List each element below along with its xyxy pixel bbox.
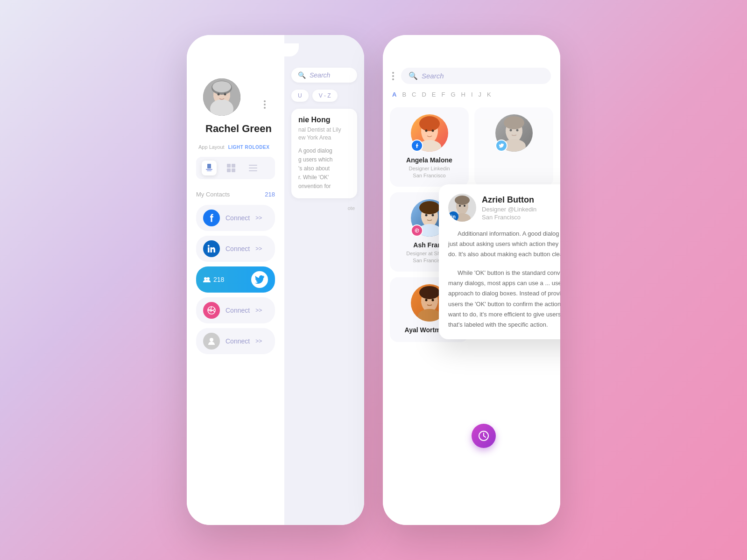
svg-point-30 (504, 116, 524, 129)
search-icon-2: 🔍 (409, 71, 418, 80)
svg-rect-12 (232, 164, 235, 168)
dot-1 (264, 100, 266, 102)
alpha-D[interactable]: D (422, 91, 426, 98)
svg-point-47 (418, 309, 441, 322)
svg-rect-15 (249, 165, 257, 166)
dots-menu-2[interactable] (392, 72, 394, 80)
svg-point-37 (425, 214, 427, 216)
angela-name: Angela Malone (406, 156, 452, 164)
clock-icon (478, 430, 489, 441)
phone2-header: 🔍 Search (383, 63, 560, 86)
svg-point-6 (218, 93, 220, 96)
facebook-connect-label: Connect (226, 214, 250, 222)
svg-point-4 (212, 81, 231, 92)
svg-point-28 (431, 130, 434, 132)
popup-contact-name: Azriel Button (482, 195, 536, 205)
user-name: Rachel Green (205, 123, 272, 135)
svg-point-19 (208, 245, 210, 247)
rolodex-icon (204, 163, 214, 173)
twitter-follower-count: 218 (213, 276, 224, 283)
tab-VZ[interactable]: V - Z (312, 90, 338, 102)
svg-point-21 (207, 277, 210, 280)
toggle-list[interactable] (246, 161, 261, 175)
svg-rect-18 (208, 247, 210, 252)
generic-social-icon (203, 333, 220, 350)
popup-contact-subtitle2: San Francisco (482, 214, 536, 221)
toggle-rolodex[interactable] (202, 161, 217, 175)
app-layout-row: App Layout LIGHT ROLODEX (198, 144, 269, 150)
my-contacts-label: My Contacts (196, 191, 230, 198)
alpha-J[interactable]: J (479, 91, 482, 98)
popup-avatar: in (448, 194, 476, 222)
svg-rect-14 (232, 168, 235, 172)
app-layout-label: App Layout (198, 144, 225, 150)
search-icon-1: 🔍 (298, 71, 306, 79)
alpha-K[interactable]: K (487, 91, 491, 98)
alpha-H[interactable]: H (461, 91, 465, 98)
grid-icon (226, 163, 236, 173)
dribbble-connect-arrows: >> (255, 307, 262, 314)
angela-social-badge (411, 140, 423, 152)
alpha-B[interactable]: B (402, 91, 406, 98)
svg-rect-11 (227, 164, 231, 168)
light-rolodex-badge: LIGHT ROLODEX (228, 145, 270, 150)
svg-point-20 (204, 277, 207, 280)
tab-U[interactable]: U (291, 90, 309, 102)
dribbble-icon (203, 302, 220, 319)
alpha-G[interactable]: G (451, 91, 455, 98)
svg-point-46 (419, 286, 440, 299)
right-contact-card[interactable]: nie Hong nal Dentist at Lilyew York Area… (291, 109, 357, 198)
alphabet-nav: A B C D E F G H I J K (383, 86, 560, 103)
alpha-I[interactable]: I (471, 91, 473, 98)
phone1-search-bar[interactable]: 🔍 Search (291, 68, 357, 83)
dot2-2 (392, 75, 394, 77)
clock-fab[interactable] (472, 424, 496, 448)
svg-point-38 (431, 214, 434, 216)
avatar (203, 78, 240, 116)
azriel-social-badge (495, 140, 507, 152)
phone1-left-panel: Rachel Green App Layout LIGHT ROLODEX (187, 35, 284, 525)
contact-card-azriel-preview[interactable] (474, 107, 553, 187)
right-contact-note: A good dialogg users which's also aboutr… (298, 147, 350, 191)
view-toggles (196, 157, 275, 179)
alpha-C[interactable]: C (412, 91, 416, 98)
right-note-label: ote (291, 203, 357, 213)
dot2-3 (392, 78, 394, 80)
popup-contact-info: Azriel Button Designer @Linkedin San Fra… (482, 195, 536, 221)
alpha-E[interactable]: E (432, 91, 436, 98)
phone-1: Rachel Green App Layout LIGHT ROLODEX (187, 35, 364, 525)
dot-2 (264, 104, 266, 105)
phone2-search-bar[interactable]: 🔍 Search (401, 68, 551, 84)
alpha-A[interactable]: A (392, 91, 396, 98)
twitter-icon (251, 271, 268, 288)
dribbble-connect-row[interactable]: Connect >> (196, 297, 275, 323)
phone-2: 🔍 Search A B C D E F G H I J K (383, 35, 560, 525)
dots-menu-1[interactable] (264, 100, 266, 109)
twitter-connected-row[interactable]: 218 (196, 266, 275, 293)
phones-container: Rachel Green App Layout LIGHT ROLODEX (187, 35, 560, 525)
right-contact-name: nie Hong (298, 116, 350, 124)
contact-card-angela[interactable]: Angela Malone Designer LinkedinSan Franc… (390, 107, 469, 187)
svg-point-7 (224, 93, 226, 96)
facebook-icon (203, 210, 220, 226)
svg-point-27 (425, 130, 427, 132)
linkedin-icon (203, 240, 220, 257)
facebook-connect-arrows: >> (255, 215, 262, 221)
svg-line-52 (484, 436, 486, 437)
phone2-search-text: Search (422, 72, 444, 80)
facebook-connect-row[interactable]: Connect >> (196, 205, 275, 231)
right-panel-tabs: U V - Z (291, 90, 357, 102)
svg-point-35 (419, 201, 440, 214)
svg-point-23 (210, 338, 213, 342)
alpha-F[interactable]: F (442, 91, 445, 98)
linkedin-connect-row[interactable]: Connect >> (196, 236, 275, 262)
linkedin-connect-label: Connect (226, 245, 250, 252)
svg-rect-17 (249, 170, 257, 171)
svg-point-49 (431, 299, 434, 301)
generic-connect-label: Connect (226, 337, 250, 345)
contacts-count: 218 (265, 191, 275, 198)
toggle-grid[interactable] (224, 161, 239, 175)
svg-point-56 (459, 205, 461, 207)
svg-rect-16 (249, 168, 257, 168)
generic-connect-row[interactable]: Connect >> (196, 328, 275, 354)
